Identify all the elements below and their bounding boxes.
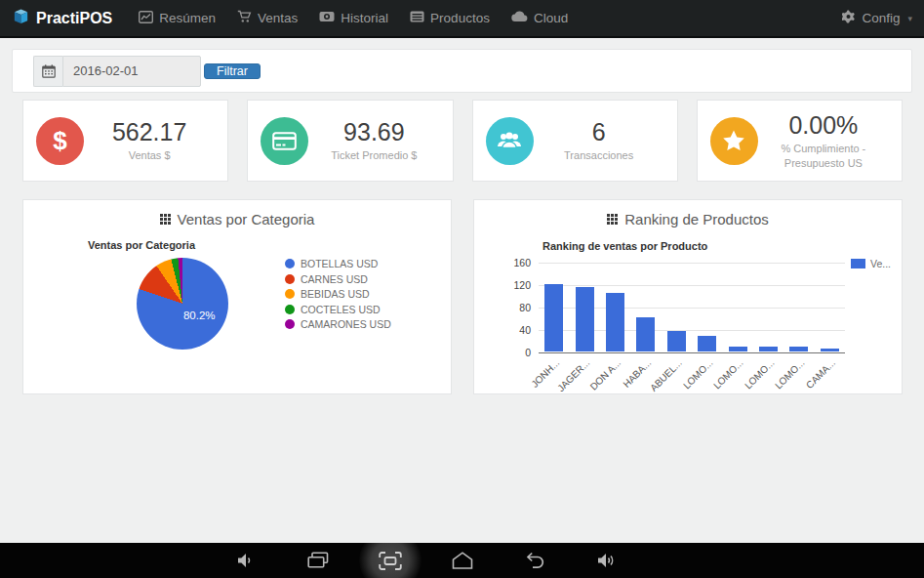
nav-item-label: Productos: [430, 11, 490, 25]
nav-item-resumen[interactable]: Resúmen: [128, 0, 226, 36]
nav-item-label: Cloud: [534, 11, 568, 25]
x-tick-label: LOMO...: [681, 357, 715, 392]
legend-swatch: [851, 259, 865, 268]
y-tick-label: 0: [525, 347, 531, 358]
bar-chart-title: Ranking de ventas por Producto: [542, 240, 707, 252]
legend-label: BOTELLAS USD: [301, 258, 378, 269]
screenshot-icon[interactable]: [377, 547, 404, 574]
bar: [576, 287, 594, 351]
panel-header: Ventas por Categoria: [23, 200, 451, 227]
legend-label: Ve...: [870, 258, 891, 269]
cart-icon: [237, 10, 252, 26]
x-tick-label: DON A...: [588, 357, 623, 392]
grid-icon: [607, 214, 618, 225]
bar: [759, 347, 778, 351]
credit-card-icon: [261, 117, 308, 165]
pie-legend-item: CARNES USD: [285, 273, 391, 285]
star-icon: [710, 117, 758, 165]
stat-card-transacciones: 6 Transacciones: [472, 100, 678, 182]
dollar-icon: $: [36, 117, 84, 165]
stat-label: % Cumplimiento - Presupuesto US: [758, 142, 889, 170]
stat-card-ticket-promedio: 93.69 Ticket Promedio $: [247, 100, 453, 182]
legend-dot: [285, 319, 295, 329]
date-filter-input[interactable]: [62, 56, 201, 87]
nav-item-productos[interactable]: Productos: [399, 0, 501, 36]
chart-panels-row: Ventas por Categoria Ventas por Categori…: [22, 199, 903, 394]
stat-card-ventas: $ 562.17 Ventas $: [22, 100, 228, 182]
line-chart-icon: [139, 11, 153, 26]
pie-slice-label: 80.2%: [183, 310, 216, 321]
stat-label: Ventas $: [84, 148, 215, 162]
legend-dot: [285, 274, 295, 284]
stat-label: Ticket Promedio $: [308, 148, 439, 162]
legend-label: CAMARONES USD: [301, 318, 391, 330]
panel-header: Ranking de Productos: [474, 200, 902, 227]
gridline: [539, 263, 845, 264]
legend-label: BEBIDAS USD: [301, 288, 370, 300]
main-content: Filtrar $ 562.17 Ventas $ 93.69 Ticket P: [0, 38, 924, 543]
x-tick-label: LOMO...: [773, 357, 807, 392]
top-navbar: PractiPOS Resúmen Ventas: [0, 0, 924, 38]
recent-apps-icon[interactable]: [304, 547, 332, 574]
legend-dot: [285, 305, 295, 314]
back-icon[interactable]: [521, 547, 548, 574]
y-tick-label: 160: [513, 257, 531, 268]
nav-menu: Resúmen Ventas Historial: [128, 0, 579, 36]
home-icon[interactable]: [449, 547, 476, 574]
grid-icon: [160, 214, 171, 225]
pie-legend-item: COCTELES USD: [285, 304, 391, 315]
y-tick-label: 120: [513, 279, 531, 291]
x-tick-label: LOMO...: [711, 357, 745, 392]
x-tick-label: LOMO...: [743, 357, 777, 392]
nav-item-ventas[interactable]: Ventas: [226, 0, 308, 36]
y-tick-label: 40: [519, 324, 531, 336]
volume-up-icon[interactable]: [593, 547, 621, 574]
stat-card-cumplimiento: 0.00% % Cumplimiento - Presupuesto US: [697, 100, 903, 182]
list-icon: [410, 11, 424, 25]
nav-item-historial[interactable]: Historial: [308, 0, 399, 36]
brand-logo[interactable]: PractiPOS: [12, 7, 112, 29]
nav-item-label: Historial: [341, 11, 388, 25]
pie-legend-item: BEBIDAS USD: [285, 288, 391, 300]
bar-chart-y-axis: 04080120160: [492, 263, 531, 352]
stat-value: 0.00%: [758, 111, 889, 140]
money-icon: [319, 11, 335, 25]
bar: [729, 347, 747, 351]
nav-item-label: Config: [862, 11, 900, 25]
panel-ventas-por-categoria: Ventas por Categoria Ventas por Categori…: [22, 199, 452, 394]
chevron-down-icon: ▾: [907, 14, 912, 23]
calendar-icon[interactable]: [33, 56, 62, 87]
volume-down-icon[interactable]: [232, 547, 260, 574]
gear-icon: [842, 10, 856, 26]
x-tick-label: ABUEL...: [648, 357, 684, 393]
bar-chart-plot: [539, 263, 845, 352]
x-axis-baseline: [539, 352, 845, 353]
x-tick-label: CAMA...: [804, 357, 837, 391]
y-tick-label: 80: [519, 302, 531, 313]
filter-panel: Filtrar: [12, 49, 912, 93]
bar-chart-legend: Ve...: [851, 258, 891, 269]
pie-legend: BOTELLAS USDCARNES USDBEBIDAS USDCOCTELE…: [285, 258, 391, 330]
stat-value: 93.69: [308, 118, 439, 146]
bar: [636, 317, 655, 351]
cloud-icon: [511, 11, 528, 25]
legend-dot: [285, 289, 295, 299]
nav-item-label: Resúmen: [159, 11, 216, 25]
panel-ranking-de-productos: Ranking de Productos Ranking de ventas p…: [473, 199, 903, 394]
stat-label: Transacciones: [534, 148, 664, 162]
users-icon: [486, 117, 534, 165]
nav-item-config[interactable]: Config ▾: [842, 10, 912, 26]
brand-name: PractiPOS: [36, 10, 112, 27]
panel-title: Ventas por Categoria: [178, 211, 315, 227]
pie-chart-title: Ventas por Categoria: [88, 239, 195, 251]
bar: [821, 349, 839, 351]
bar: [698, 336, 716, 351]
filtrar-button[interactable]: Filtrar: [204, 63, 261, 79]
bar: [789, 347, 808, 351]
pie-legend-item: CAMARONES USD: [285, 318, 391, 330]
bar-chart-area: Ranking de ventas por Producto 040801201…: [474, 227, 902, 380]
android-system-bar: [0, 543, 924, 578]
bar: [606, 293, 624, 351]
nav-item-cloud[interactable]: Cloud: [501, 0, 579, 36]
practipos-logo-icon: [12, 7, 30, 29]
